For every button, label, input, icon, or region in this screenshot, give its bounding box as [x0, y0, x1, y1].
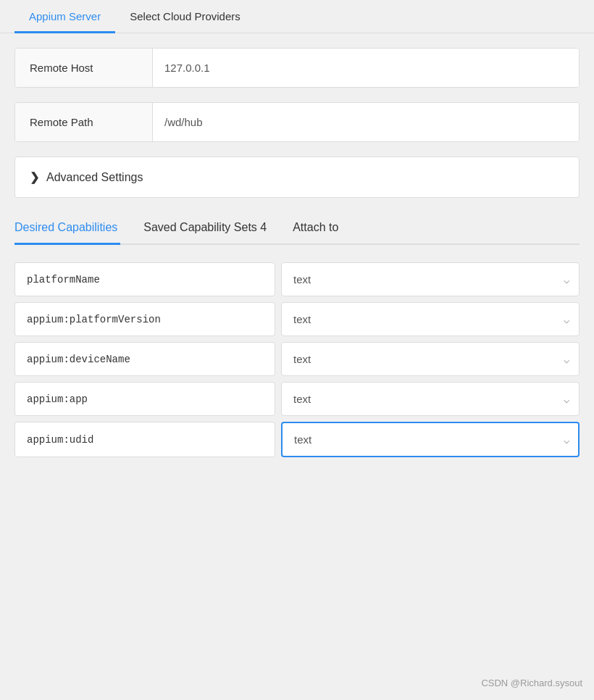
cap-type-wrapper-1: text boolean number object array ⌵: [281, 302, 580, 336]
capability-row-0: text boolean number object array ⌵: [14, 262, 580, 296]
main-content: Remote Host Remote Path ❯ Advanced Setti…: [0, 33, 594, 472]
chevron-right-icon: ❯: [30, 170, 39, 184]
advanced-settings-row[interactable]: ❯ Advanced Settings: [14, 157, 580, 198]
capability-row-1: text boolean number object array ⌵: [14, 302, 580, 336]
cap-type-select-3[interactable]: text boolean number object array: [281, 382, 580, 416]
advanced-settings-label: Advanced Settings: [46, 171, 143, 184]
tab-attach-to[interactable]: Attach to: [293, 212, 341, 245]
remote-host-row: Remote Host: [14, 48, 580, 88]
cap-name-4[interactable]: [14, 422, 275, 457]
capability-row-3: text boolean number object array ⌵: [14, 382, 580, 416]
top-tab-bar: Appium Server Select Cloud Providers: [0, 0, 594, 33]
cap-name-3[interactable]: [14, 382, 275, 416]
tab-saved-capability-sets[interactable]: Saved Capability Sets 4: [143, 212, 269, 245]
tab-select-cloud[interactable]: Select Cloud Providers: [115, 0, 255, 33]
tab-desired-capabilities[interactable]: Desired Capabilities: [14, 212, 120, 245]
capability-row-2: text boolean number object array ⌵: [14, 342, 580, 376]
cap-type-select-1[interactable]: text boolean number object array: [281, 302, 580, 336]
remote-path-label: Remote Path: [15, 103, 153, 141]
cap-type-wrapper-2: text boolean number object array ⌵: [281, 342, 580, 376]
remote-host-input[interactable]: [153, 49, 579, 87]
cap-type-select-2[interactable]: text boolean number object array: [281, 342, 580, 376]
cap-type-wrapper-0: text boolean number object array ⌵: [281, 262, 580, 296]
remote-path-row: Remote Path: [14, 102, 580, 142]
cap-name-1[interactable]: [14, 302, 275, 336]
capability-rows: text boolean number object array ⌵ text …: [14, 262, 580, 457]
cap-type-wrapper-4: text boolean number object array ⌵: [281, 422, 580, 457]
remote-path-input[interactable]: [153, 103, 579, 141]
watermark: CSDN @Richard.sysout: [481, 678, 582, 688]
tab-appium-server[interactable]: Appium Server: [14, 0, 115, 33]
cap-name-2[interactable]: [14, 342, 275, 376]
cap-type-select-4[interactable]: text boolean number object array: [281, 422, 580, 457]
capability-tab-bar: Desired Capabilities Saved Capability Se…: [14, 212, 580, 245]
remote-host-label: Remote Host: [15, 49, 153, 87]
cap-name-0[interactable]: [14, 262, 275, 296]
cap-type-wrapper-3: text boolean number object array ⌵: [281, 382, 580, 416]
capability-row-4: text boolean number object array ⌵: [14, 422, 580, 457]
cap-type-select-0[interactable]: text boolean number object array: [281, 262, 580, 296]
